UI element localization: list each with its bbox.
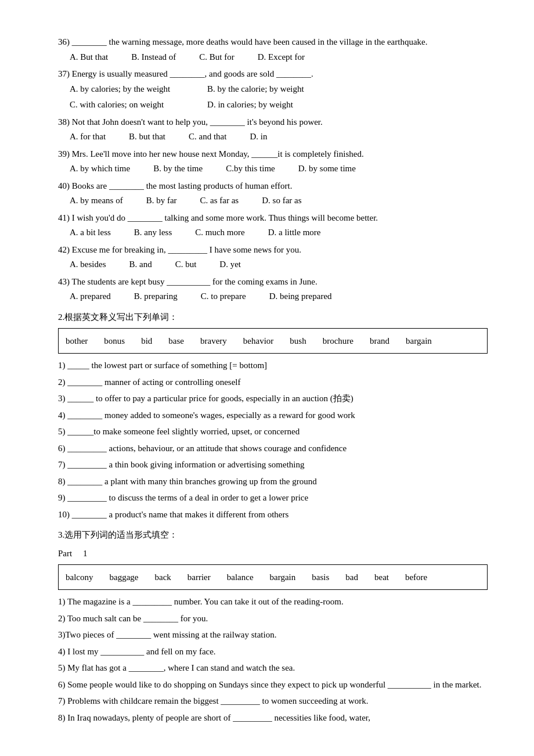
section2-word-box: bother bonus bid base bravery behavior b… [58, 328, 488, 354]
s2-item7: 7) _________ a thin book giving informat… [58, 458, 488, 473]
section3-words: balcony baggage back barrier balance bar… [66, 568, 480, 586]
q36-optB: B. Instead of [131, 50, 176, 65]
s2-item8: 8) ________ a plant with many thin branc… [58, 474, 488, 489]
s2-item6: 6) _________ actions, behaviour, or an a… [58, 441, 488, 456]
question-37: 37) Energy is usually measured ________,… [58, 67, 488, 113]
q42-options: A. besides B. and C. but D. yet [70, 257, 488, 272]
s2-item4: 4) ________ money added to someone's wag… [58, 408, 488, 423]
q40-text: 40) Books are ________ the most lasting … [58, 181, 292, 190]
word-before: before [405, 568, 427, 586]
word-balcony: balcony [66, 568, 93, 586]
q36-optC: C. But for [199, 50, 234, 65]
q40-optD: D. so far as [262, 193, 301, 208]
q37-optCD: C. with calories; on weight D. in calori… [70, 98, 488, 113]
s3-item1: 1) The magazine is a _________ number. Y… [58, 595, 488, 610]
q43-optC: C. to prepare [201, 289, 246, 304]
word-bid: bid [141, 332, 152, 350]
word-bonus: bonus [104, 332, 125, 350]
q39-optC: C.by this time [226, 161, 275, 177]
s2-item3: 3) ______ to offer to pay a particular p… [58, 391, 488, 406]
s2-item10: 10) ________ a product's name that makes… [58, 507, 488, 523]
q37-optAB: A. by calories; by the weight B. by the … [70, 82, 488, 97]
word-behavior: behavior [243, 332, 273, 350]
q43-optD: D. being prepared [269, 289, 332, 304]
q41-text: 41) I wish you'd do ________ talking and… [58, 213, 378, 222]
s3-item5: 5) My flat has got a ________, where I c… [58, 661, 488, 676]
question-38: 38) Not that John doesn't want to help y… [58, 115, 488, 145]
q42-optD: D. yet [219, 257, 241, 272]
q41-optA: A. a bit less [70, 225, 111, 240]
word-basis: basis [312, 568, 329, 586]
s2-item1: 1) _____ the lowest part or surface of s… [58, 358, 488, 373]
q38-optA: A. for that [70, 129, 106, 145]
q42-optC: C. but [175, 257, 197, 272]
s3-item3: 3)Two pieces of ________ went missing at… [58, 628, 488, 643]
question-40: 40) Books are ________ the most lasting … [58, 179, 488, 208]
q36-optD: D. Except for [258, 50, 305, 65]
q41-optC: C. much more [195, 225, 244, 240]
s2-item9: 9) _________ to discuss the terms of a d… [58, 491, 488, 506]
q42-optA: A. besides [70, 257, 106, 272]
question-42: 42) Excuse me for breaking in, _________… [58, 243, 488, 272]
word-bother: bother [66, 332, 88, 350]
word-bargain2: bargain [270, 568, 296, 586]
word-bush: bush [290, 332, 306, 350]
q42-text: 42) Excuse me for breaking in, _________… [58, 245, 301, 254]
q39-optA: A. by which time [70, 161, 130, 177]
q40-options: A. by means of B. by far C. as far as D.… [70, 193, 488, 208]
q37-text: 37) Energy is usually measured ________,… [58, 69, 313, 78]
question-36: 36) ________ the warning message, more d… [58, 35, 488, 64]
s3-item2: 2) Too much salt can be ________ for you… [58, 611, 488, 627]
q36-options: A. But that B. Instead of C. But for D. … [70, 50, 488, 65]
q41-options: A. a bit less B. any less C. much more D… [70, 225, 488, 240]
question-39: 39) Mrs. Lee'll move into her new house … [58, 147, 488, 177]
word-base: base [168, 332, 184, 350]
s3-item8: 8) In Iraq nowadays, plenty of people ar… [58, 711, 488, 726]
word-brochure: brochure [323, 332, 353, 350]
q41-optB: B. any less [134, 225, 172, 240]
q36-optA: A. But that [70, 50, 108, 65]
q39-optD: D. by some time [298, 161, 356, 177]
q40-optB: B. by far [146, 193, 177, 208]
q38-options: A. for that B. but that C. and that D. i… [70, 129, 488, 145]
q43-options: A. prepared B. preparing C. to prepare D… [70, 289, 488, 304]
section3-word-box: balcony baggage back barrier balance bar… [58, 564, 488, 590]
word-barrier: barrier [187, 568, 211, 586]
q38-optB: B. but that [129, 129, 165, 145]
q41-optD: D. a little more [268, 225, 321, 240]
section3-title: 3.选用下列词的适当形式填空： [58, 528, 488, 543]
s3-item6: 6) Some people would like to do shopping… [58, 678, 488, 693]
word-balance: balance [227, 568, 254, 586]
question-43: 43) The students are kept busy _________… [58, 275, 488, 304]
q40-optC: C. as far as [200, 193, 239, 208]
q40-optA: A. by means of [70, 193, 123, 208]
q38-optD: D. in [250, 129, 267, 145]
section2-title: 2.根据英文释义写出下列单词： [58, 310, 488, 325]
word-brand: brand [370, 332, 389, 350]
word-beat: beat [374, 568, 389, 586]
word-back: back [154, 568, 171, 586]
s2-item2: 2) ________ manner of acting or controll… [58, 375, 488, 390]
part-label: Part 1 [58, 546, 488, 561]
section2: 2.根据英文释义写出下列单词： bother bonus bid base br… [58, 310, 488, 523]
word-baggage: baggage [109, 568, 138, 586]
q36-text: 36) ________ the warning message, more d… [58, 37, 427, 46]
q43-optB: B. preparing [134, 289, 178, 304]
s3-item4: 4) I lost my __________ and fell on my f… [58, 645, 488, 660]
q42-optB: B. and [129, 257, 152, 272]
section3: 3.选用下列词的适当形式填空： Part 1 balcony baggage b… [58, 528, 488, 725]
question-41: 41) I wish you'd do ________ talking and… [58, 211, 488, 240]
q43-text: 43) The students are kept busy _________… [58, 277, 317, 286]
questions-section: 36) ________ the warning message, more d… [58, 35, 488, 304]
q38-text: 38) Not that John doesn't want to help y… [58, 117, 323, 127]
word-bravery: bravery [200, 332, 227, 350]
q38-optC: C. and that [189, 129, 226, 145]
s2-item5: 5) ______to make someone feel slightly w… [58, 424, 488, 440]
q39-text: 39) Mrs. Lee'll move into her new house … [58, 149, 364, 159]
q43-optA: A. prepared [70, 289, 111, 304]
s3-item7: 7) Problems with childcare remain the bi… [58, 694, 488, 709]
q39-options: A. by which time B. by the time C.by thi… [70, 161, 488, 177]
word-bad: bad [345, 568, 358, 586]
word-bargain: bargain [406, 332, 432, 350]
q39-optB: B. by the time [153, 161, 203, 177]
